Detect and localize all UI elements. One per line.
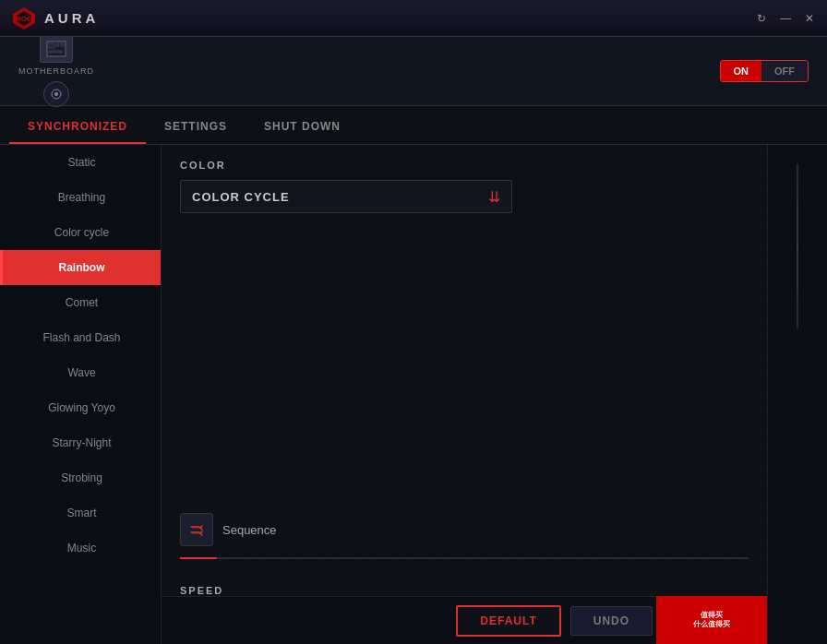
svg-rect-7 [49,51,62,53]
minimize-button[interactable]: — [779,12,792,25]
device-label: MOTHERBOARD [18,66,94,76]
tab-settings[interactable]: SETTINGS [146,111,246,144]
color-section-label: COLOR [180,160,749,171]
sidebar: Static Breathing Color cycle Rainbow Com… [0,145,162,644]
dropdown-arrow-icon: ⇊ [488,188,500,206]
app-logo: ROG AURA [11,6,99,31]
toggle-on-button[interactable]: ON [721,61,762,81]
sidebar-item-glowing-yoyo[interactable]: Glowing Yoyo [0,390,161,425]
toggle-off-button[interactable]: OFF [761,61,808,81]
tab-shutdown[interactable]: SHUT DOWN [246,111,359,144]
svg-text:ROG: ROG [16,15,32,23]
speed-section-label: SPEED [180,585,749,596]
tab-bar: SYNCHRONIZED SETTINGS SHUT DOWN [0,106,827,145]
sidebar-item-color-cycle[interactable]: Color cycle [0,215,161,250]
app-title: AURA [44,10,99,26]
rog-icon: ROG [11,6,37,31]
title-bar: ROG AURA ↻ — ✕ [0,0,827,37]
color-dropdown[interactable]: COLOR CYCLE ⇊ [180,180,512,213]
svg-point-9 [54,92,58,96]
refresh-button[interactable]: ↻ [755,12,768,25]
device-info: MOTHERBOARD [18,35,94,107]
tab-synchronized[interactable]: SYNCHRONIZED [9,111,146,144]
sidebar-item-comet[interactable]: Comet [0,285,161,320]
color-sequence-slider[interactable] [180,557,749,559]
device-bar: MOTHERBOARD ON OFF [0,37,827,106]
sidebar-item-wave[interactable]: Wave [0,355,161,390]
svg-rect-6 [61,43,64,46]
sidebar-item-starry-night[interactable]: Starry-Night [0,425,161,460]
right-panel [767,145,827,644]
svg-rect-4 [49,43,54,48]
sequence-area: Sequence [180,513,749,574]
sidebar-item-static[interactable]: Static [0,145,161,180]
sidebar-item-music[interactable]: Music [0,531,161,566]
window-controls: ↻ — ✕ [755,12,816,25]
sidebar-item-flash-and-dash[interactable]: Flash and Dash [0,320,161,355]
motherboard-icon [40,35,73,63]
selected-effect-text: COLOR CYCLE [192,190,290,204]
watermark: 值得买什么值得买 [656,596,767,644]
sidebar-item-smart[interactable]: Smart [0,495,161,531]
color-section: COLOR COLOR CYCLE ⇊ [180,160,749,228]
default-button[interactable]: DEFAULT [456,605,560,637]
close-button[interactable]: ✕ [803,12,816,25]
right-panel-decoration [797,163,798,329]
sidebar-item-breathing[interactable]: Breathing [0,180,161,215]
sidebar-item-rainbow[interactable]: Rainbow [0,250,161,285]
sequence-btn: Sequence [180,513,749,546]
sidebar-item-strobing[interactable]: Strobing [0,460,161,495]
power-toggle[interactable]: ON OFF [720,60,809,82]
device-sub-icon[interactable] [43,81,69,107]
action-bar: DEFAULT UNDO APPLY 值得买什么值得买 [162,596,767,644]
content-spacer [180,228,749,513]
sequence-icon-button[interactable] [180,513,213,546]
sequence-label: Sequence [222,523,277,537]
main-layout: Static Breathing Color cycle Rainbow Com… [0,145,827,644]
undo-button[interactable]: UNDO [570,606,653,636]
content-area: COLOR COLOR CYCLE ⇊ Sequence [162,145,767,644]
svg-rect-5 [56,43,59,46]
